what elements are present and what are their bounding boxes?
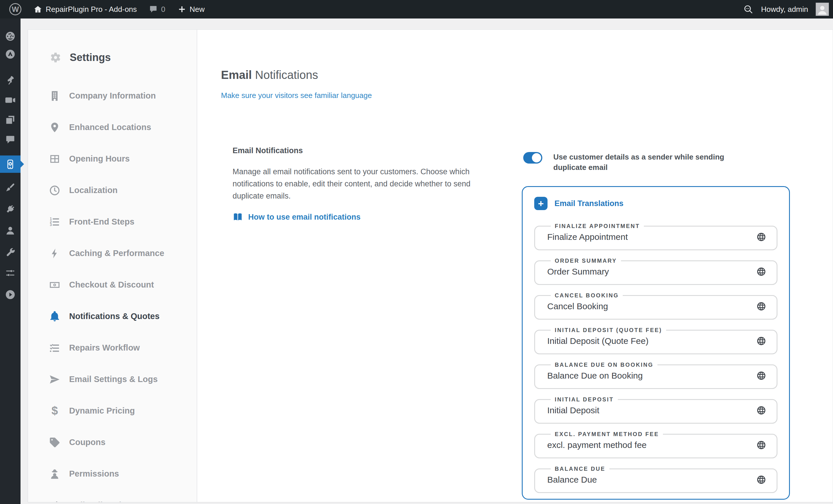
sidebar-item-appearance[interactable] (0, 177, 21, 198)
user-icon (5, 225, 16, 236)
menu-item-repairs-workflow[interactable]: Repairs Workflow (28, 332, 197, 363)
search-icon[interactable] (743, 4, 754, 15)
globe-icon[interactable] (756, 405, 766, 415)
settings-panel: Settings Company Information Enhanced Lo… (28, 30, 197, 502)
menu-item-label: Localization (69, 185, 118, 195)
globe-icon[interactable] (756, 267, 766, 277)
plus-icon (177, 5, 186, 14)
menu-item-label: Email Settings & Logs (69, 375, 158, 384)
new-content-menu[interactable]: New (173, 0, 209, 19)
page-title-bold: Email (221, 69, 252, 81)
comments-icon (5, 134, 16, 145)
globe-icon[interactable] (756, 371, 766, 381)
menu-item-label: Dynamic Pricing (69, 406, 135, 415)
howdy-account-menu[interactable]: Howdy, admin (761, 5, 808, 14)
field-value[interactable]: Finalize Appointment (547, 232, 628, 242)
sidebar-item-users[interactable] (0, 220, 21, 241)
section-description: Manage all email notifications sent to y… (233, 166, 497, 202)
globe-icon[interactable] (756, 440, 766, 450)
sidebar-item-collapse[interactable] (0, 284, 21, 305)
site-menu[interactable]: RepairPlugin Pro - Add-ons (29, 0, 141, 19)
menu-item-notifications-quotes[interactable]: Notifications & Quotes (28, 301, 197, 332)
menu-item-opening-hours[interactable]: Opening Hours (28, 143, 197, 175)
sidebar-item-analytics[interactable] (0, 45, 21, 63)
field-legend: ORDER SUMMARY (551, 257, 621, 264)
menu-item-enhanced-locations[interactable]: Enhanced Locations (28, 111, 197, 143)
settings-menu: Company Information Enhanced Locations O… (28, 80, 197, 502)
field-balance-due-on-booking[interactable]: BALANCE DUE ON BOOKING Balance Due on Bo… (534, 361, 778, 389)
field-order-summary[interactable]: ORDER SUMMARY Order Summary (534, 257, 778, 285)
field-legend: EXCL. PAYMENT METHOD FEE (551, 431, 663, 437)
globe-icon[interactable] (756, 232, 766, 242)
field-cancel-booking[interactable]: CANCEL BOOKING Cancel Booking (534, 292, 778, 320)
familiar-language-link[interactable]: Make sure your visitors see familiar lan… (221, 91, 372, 100)
sidebar-item-comments[interactable] (0, 129, 21, 149)
menu-item-dynamic-pricing[interactable]: $ Dynamic Pricing (28, 395, 197, 427)
menu-item-label: Caching & Performance (69, 249, 164, 258)
email-translations-header: + Email Translations (534, 197, 778, 210)
avatar[interactable] (816, 3, 829, 16)
menu-item-localization[interactable]: Localization (28, 175, 197, 206)
field-finalize-appointment[interactable]: FINALIZE APPOINTMENT Finalize Appointmen… (534, 223, 778, 250)
add-translation-button[interactable]: + (534, 197, 548, 210)
main-content: Email Notifications Make sure your visit… (197, 30, 833, 502)
globe-icon[interactable] (756, 475, 766, 485)
field-initial-deposit[interactable]: INITIAL DEPOSIT Initial Deposit (534, 396, 778, 424)
menu-item-checkout-discount[interactable]: Checkout & Discount (28, 269, 197, 301)
globe-icon[interactable] (756, 336, 766, 346)
field-value[interactable]: Balance Due on Booking (547, 371, 643, 381)
duplicate-sender-toggle[interactable] (523, 152, 542, 163)
wordpress-logo-menu[interactable]: W (5, 0, 25, 19)
menu-item-caching-performance[interactable]: Caching & Performance (28, 237, 197, 269)
home-icon (33, 5, 42, 14)
svg-text:3: 3 (50, 223, 52, 227)
gear-icon (49, 51, 62, 64)
field-legend: CANCEL BOOKING (551, 292, 623, 299)
menu-item-email-settings-logs[interactable]: Email Settings & Logs (28, 363, 197, 395)
clock-icon (49, 185, 61, 196)
menu-item-label: Company Information (69, 91, 156, 101)
field-value[interactable]: excl. payment method fee (547, 440, 647, 450)
page-title-rest: Notifications (252, 69, 318, 81)
help-link[interactable]: How to use email notifications (233, 212, 497, 222)
sidebar-item-posts[interactable] (0, 71, 21, 90)
sidebar-item-dashboard[interactable] (0, 27, 21, 45)
comment-bubble-icon (149, 5, 158, 14)
lightning-icon (49, 248, 61, 259)
field-value[interactable]: Cancel Booking (547, 301, 608, 311)
field-balance-due[interactable]: BALANCE DUE Balance Due (534, 465, 778, 493)
media-icon (5, 95, 16, 105)
sidebar-item-settings[interactable] (0, 262, 21, 284)
sidebar-item-plugins[interactable] (0, 198, 21, 220)
site-title: RepairPlugin Pro - Add-ons (46, 5, 137, 14)
field-value[interactable]: Order Summary (547, 267, 609, 277)
sidebar-item-media[interactable] (0, 90, 21, 110)
menu-item-bulk-edit-rules[interactable]: Bulk Edit Rules (28, 489, 197, 502)
menu-item-coupons[interactable]: Coupons (28, 427, 197, 458)
field-excl-payment-method-fee[interactable]: EXCL. PAYMENT METHOD FEE excl. payment m… (534, 431, 778, 458)
menu-item-front-end-steps[interactable]: 1 2 3 Front-End Steps (28, 206, 197, 237)
analytics-brand-icon (5, 49, 16, 59)
field-legend: BALANCE DUE (551, 465, 610, 472)
field-value[interactable]: Initial Deposit (Quote Fee) (547, 336, 648, 346)
sidebar-item-tools[interactable] (0, 241, 21, 262)
sidebar-item-pages[interactable] (0, 110, 21, 129)
menu-item-permissions[interactable]: Permissions (28, 458, 197, 489)
menu-item-label: Permissions (69, 469, 119, 479)
settings-sliders-icon (5, 268, 16, 279)
field-value[interactable]: Balance Due (547, 475, 597, 485)
globe-icon[interactable] (756, 301, 766, 311)
menu-item-company-information[interactable]: Company Information (28, 80, 197, 111)
field-legend: FINALIZE APPOINTMENT (551, 223, 644, 229)
comments-menu[interactable]: 0 (145, 0, 169, 19)
sidebar-item-repairplugin[interactable] (0, 155, 21, 173)
duplicate-sender-setting: Use customer details as a sender while s… (523, 152, 741, 173)
menu-item-label: Coupons (69, 437, 105, 447)
field-legend: INITIAL DEPOSIT (551, 396, 618, 403)
content-card: Settings Company Information Enhanced Lo… (28, 29, 833, 502)
dashboard-icon (5, 31, 16, 42)
field-initial-deposit-quote-fee[interactable]: INITIAL DEPOSIT (QUOTE FEE) Initial Depo… (534, 327, 778, 354)
settings-panel-title: Settings (28, 49, 197, 66)
field-value[interactable]: Initial Deposit (547, 405, 599, 415)
paper-plane-icon (49, 374, 61, 385)
